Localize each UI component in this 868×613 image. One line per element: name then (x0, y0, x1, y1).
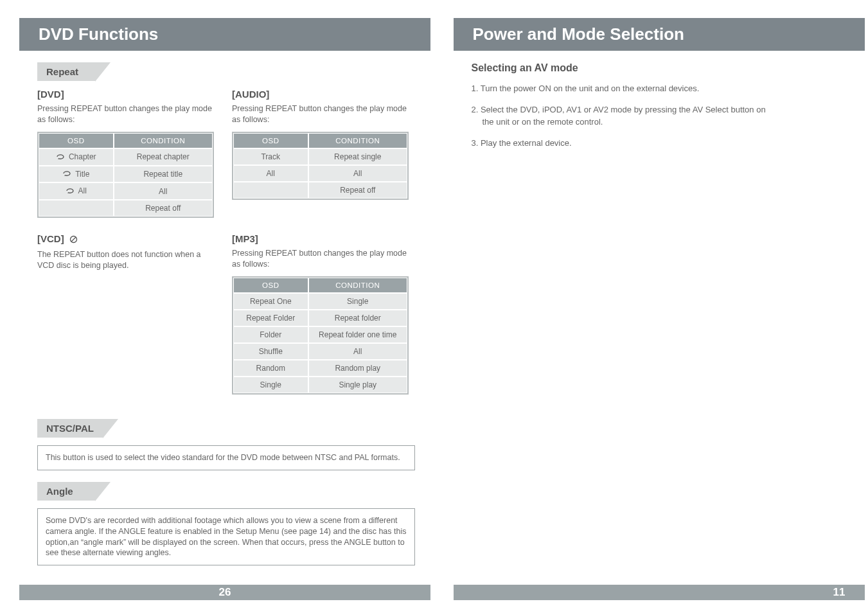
repeat-tab-label: Repeat (46, 66, 78, 77)
left-footer-bar: 26 (19, 585, 430, 600)
table-row: All All (39, 182, 213, 200)
dvd-cond-3: Repeat off (114, 200, 213, 217)
angle-tab-label: Angle (46, 486, 73, 497)
audio-col: [AUDIO] Pressing REPEAT button changes t… (232, 89, 409, 218)
step-2-line-2: the unit or on the remote control. (472, 116, 869, 129)
repeat-row-2: [VCD] The REPEAT button does not functio… (37, 233, 434, 395)
dvd-cond-1: Repeat title (114, 166, 213, 183)
mp3-cond-0: Single (308, 293, 407, 310)
table-row: Repeat off (39, 200, 213, 217)
angle-box: Some DVD's are recorded with additional … (37, 508, 415, 566)
audio-heading: [AUDIO] (232, 89, 409, 100)
mp3-cond-4: Random play (308, 360, 407, 377)
mp3-heading: [MP3] (232, 233, 409, 244)
table-header-row: OSD CONDITION (233, 278, 407, 293)
step-2-line-1: 2. Select the DVD, iPOD, AV1 or AV2 mode… (472, 105, 766, 114)
table-row: Repeat FolderRepeat folder (233, 310, 407, 326)
svg-line-1 (71, 237, 76, 242)
mp3-osd-4: Random (233, 360, 308, 377)
table-row: All All (233, 165, 407, 182)
page-right: Power and Mode Selection Selecting an AV… (434, 0, 869, 613)
dvd-desc: Pressing REPEAT button changes the play … (37, 103, 214, 125)
ntsc-box: This button is used to select the video … (37, 445, 415, 470)
table-header-row: OSD CONDITION (39, 133, 213, 148)
mp3-desc: Pressing REPEAT button changes the play … (232, 248, 409, 270)
mp3-osd-5: Single (233, 377, 308, 393)
left-title-text: DVD Functions (39, 24, 158, 44)
page-left: DVD Functions Repeat [DVD] Pressing REPE… (0, 0, 434, 613)
mp3-osd-0: Repeat One (233, 293, 308, 310)
table-row: ShuffleAll (233, 343, 407, 360)
mp3-cond-1: Repeat folder (308, 310, 407, 326)
left-title-banner: DVD Functions (19, 18, 430, 51)
repeat-row-1: [DVD] Pressing REPEAT button changes the… (37, 89, 434, 218)
dvd-table: OSD CONDITION Chapter Repeat chapter (37, 132, 214, 218)
left-page-number: 26 (219, 586, 231, 599)
step-1-text: 1. Turn the power ON on the unit and on … (472, 84, 700, 93)
prohibited-icon (69, 235, 78, 245)
dvd-col: [DVD] Pressing REPEAT button changes the… (37, 89, 214, 218)
audio-osd-1: All (233, 165, 308, 182)
audio-cond-1: All (308, 165, 407, 182)
repeat-loop-icon (56, 153, 65, 162)
dvd-th-osd: OSD (39, 133, 114, 148)
dvd-osd-0: Chapter (39, 148, 114, 166)
mp3-cond-2: Repeat folder one time (308, 326, 407, 343)
repeat-loop-icon (62, 170, 71, 179)
table-row: Track Repeat single (233, 148, 407, 165)
table-header-row: OSD CONDITION (233, 133, 407, 148)
audio-table: OSD CONDITION Track Repeat single All Al… (232, 132, 409, 200)
repeat-loop-icon (66, 187, 75, 196)
mp3-osd-3: Shuffle (233, 343, 308, 360)
table-row: SingleSingle play (233, 377, 407, 393)
table-row: FolderRepeat folder one time (233, 326, 407, 343)
right-section-heading: Selecting an AV mode (472, 62, 869, 74)
repeat-tab-wrap: Repeat (37, 62, 434, 81)
mp3-table: OSD CONDITION Repeat OneSingle Repeat Fo… (232, 276, 409, 395)
dvd-osd-2: All (39, 182, 114, 200)
audio-cond-0: Repeat single (308, 148, 407, 165)
right-steps-list: 1. Turn the power ON on the unit and on … (472, 83, 869, 149)
ntsc-text: This button is used to select the video … (46, 453, 400, 462)
audio-osd-0: Track (233, 148, 308, 165)
vcd-col: [VCD] The REPEAT button does not functio… (37, 233, 214, 395)
audio-osd-2 (233, 182, 308, 199)
angle-text: Some DVD's are recorded with additional … (46, 516, 406, 558)
audio-desc: Pressing REPEAT button changes the play … (232, 103, 409, 125)
mp3-osd-2: Folder (233, 326, 308, 343)
dvd-osd-1: Title (39, 166, 114, 183)
table-row: Chapter Repeat chapter (39, 148, 213, 166)
table-row: Repeat OneSingle (233, 293, 407, 310)
list-item: 2. Select the DVD, iPOD, AV1 or AV2 mode… (472, 104, 869, 129)
angle-tab-wrap: Angle (37, 482, 434, 501)
mp3-th-cond: CONDITION (308, 278, 407, 293)
dvd-cond-2: All (114, 182, 213, 200)
audio-cond-2: Repeat off (308, 182, 407, 199)
list-item: 3. Play the external device. (472, 138, 869, 150)
vcd-heading: [VCD] (37, 233, 214, 245)
mp3-col: [MP3] Pressing REPEAT button changes the… (232, 233, 409, 395)
dvd-osd-3 (39, 200, 114, 217)
right-title-banner: Power and Mode Selection (454, 18, 865, 51)
step-3-text: 3. Play the external device. (472, 138, 572, 148)
mp3-cond-5: Single play (308, 377, 407, 393)
audio-th-osd: OSD (233, 133, 308, 148)
mp3-th-osd: OSD (233, 278, 308, 293)
dvd-heading: [DVD] (37, 89, 214, 100)
ntsc-tab: NTSC/PAL (37, 419, 103, 438)
table-row: Repeat off (233, 182, 407, 199)
repeat-tab: Repeat (37, 62, 95, 81)
list-item: 1. Turn the power ON on the unit and on … (472, 83, 869, 95)
audio-th-cond: CONDITION (308, 133, 407, 148)
table-row: Title Repeat title (39, 166, 213, 183)
right-page-number: 11 (833, 586, 846, 599)
vcd-desc: The REPEAT button does not function when… (37, 249, 214, 271)
ntsc-tab-label: NTSC/PAL (46, 423, 94, 434)
dvd-cond-0: Repeat chapter (114, 148, 213, 166)
table-row: RandomRandom play (233, 360, 407, 377)
dvd-th-cond: CONDITION (114, 133, 213, 148)
mp3-cond-3: All (308, 343, 407, 360)
angle-tab: Angle (37, 482, 95, 501)
mp3-osd-1: Repeat Folder (233, 310, 308, 326)
right-footer-bar: 11 (454, 585, 865, 600)
